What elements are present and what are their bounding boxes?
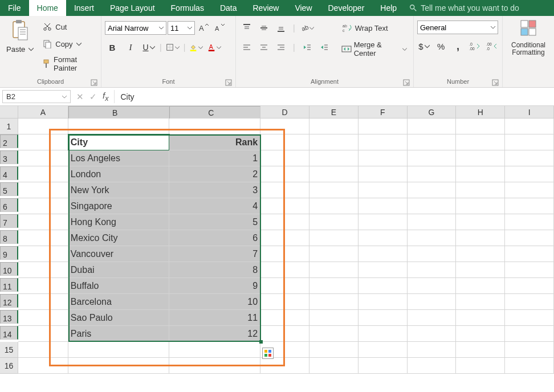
- cell[interactable]: [359, 214, 408, 230]
- cell[interactable]: [260, 230, 309, 246]
- font-color-button[interactable]: A: [207, 40, 222, 55]
- cell[interactable]: Los Angeles: [68, 150, 170, 166]
- currency-button[interactable]: $: [417, 39, 431, 54]
- cell[interactable]: [505, 262, 554, 278]
- cell[interactable]: [309, 150, 359, 166]
- cell[interactable]: [456, 198, 505, 214]
- cell[interactable]: [309, 230, 359, 246]
- tab-help[interactable]: Help: [372, 0, 405, 16]
- cell[interactable]: [309, 134, 359, 150]
- cell[interactable]: [408, 150, 457, 166]
- cell[interactable]: [359, 310, 408, 326]
- cell[interactable]: 11: [169, 310, 260, 326]
- conditional-formatting-button[interactable]: Conditional Formatting: [506, 40, 551, 58]
- cell[interactable]: 3: [169, 182, 260, 198]
- cell[interactable]: [359, 294, 408, 310]
- cell[interactable]: [456, 119, 505, 134]
- decrease-indent-button[interactable]: [300, 40, 315, 55]
- cell[interactable]: [505, 358, 554, 374]
- merge-center-button[interactable]: Merge & Center: [339, 39, 410, 59]
- cell[interactable]: [68, 342, 170, 358]
- align-top-button[interactable]: [239, 21, 254, 35]
- cell[interactable]: [68, 358, 170, 374]
- formula-input[interactable]: City: [115, 88, 554, 105]
- cell[interactable]: 5: [169, 214, 260, 230]
- cell[interactable]: [456, 342, 505, 358]
- cell[interactable]: [18, 342, 68, 358]
- cell[interactable]: [456, 230, 505, 246]
- cell[interactable]: [505, 246, 554, 262]
- cell[interactable]: 1: [169, 150, 260, 166]
- col-header-D[interactable]: D: [260, 106, 309, 119]
- cell[interactable]: [18, 230, 68, 246]
- row-header-10[interactable]: 10: [0, 262, 18, 276]
- cell[interactable]: [309, 326, 359, 342]
- cell[interactable]: [309, 198, 359, 214]
- cell[interactable]: [505, 150, 554, 166]
- cell[interactable]: [505, 166, 554, 182]
- cell[interactable]: [260, 214, 309, 230]
- col-header-H[interactable]: H: [456, 106, 505, 119]
- cell[interactable]: [309, 342, 359, 358]
- cell[interactable]: Hong Kong: [68, 214, 170, 230]
- cell[interactable]: [260, 310, 309, 326]
- cell[interactable]: [456, 166, 505, 182]
- cell[interactable]: [359, 119, 408, 134]
- row-header-7[interactable]: 7: [0, 214, 18, 228]
- tab-view[interactable]: View: [287, 0, 320, 16]
- cell[interactable]: [359, 262, 408, 278]
- cell[interactable]: [505, 294, 554, 310]
- tab-formulas[interactable]: Formulas: [163, 0, 212, 16]
- cell[interactable]: [408, 119, 457, 134]
- cell[interactable]: [260, 166, 309, 182]
- cell[interactable]: [505, 214, 554, 230]
- row-header-15[interactable]: 15: [0, 342, 18, 358]
- format-painter-button[interactable]: Format Painter: [39, 54, 97, 74]
- cell[interactable]: [260, 150, 309, 166]
- tab-developer[interactable]: Developer: [320, 0, 373, 16]
- cell[interactable]: [456, 278, 505, 294]
- cell[interactable]: [18, 119, 68, 134]
- cell[interactable]: [18, 358, 68, 374]
- percent-button[interactable]: %: [434, 39, 448, 54]
- cell[interactable]: [260, 326, 309, 342]
- orientation-button[interactable]: ab: [300, 21, 315, 35]
- cell[interactable]: [359, 358, 408, 374]
- cell[interactable]: [359, 182, 408, 198]
- cell[interactable]: [18, 310, 68, 326]
- decrease-decimal-button[interactable]: .00.0: [485, 39, 499, 54]
- cell[interactable]: [408, 262, 457, 278]
- row-header-3[interactable]: 3: [0, 150, 18, 164]
- row-header-4[interactable]: 4: [0, 166, 18, 180]
- cell[interactable]: [408, 310, 457, 326]
- cell[interactable]: Dubai: [68, 262, 170, 278]
- selection-fill-handle[interactable]: [259, 340, 263, 344]
- cell[interactable]: [309, 294, 359, 310]
- cell[interactable]: [169, 358, 260, 374]
- cell[interactable]: [456, 134, 505, 150]
- dialog-launcher-icon[interactable]: [91, 79, 97, 86]
- cell[interactable]: [505, 310, 554, 326]
- cell[interactable]: [505, 134, 554, 150]
- cell[interactable]: [359, 326, 408, 342]
- paste-icon[interactable]: [10, 18, 30, 42]
- cell[interactable]: Barcelona: [68, 294, 170, 310]
- cell[interactable]: [456, 358, 505, 374]
- col-header-C[interactable]: C: [169, 106, 260, 120]
- cell[interactable]: [359, 342, 408, 358]
- cell[interactable]: Rank: [169, 134, 260, 150]
- tab-insert[interactable]: Insert: [66, 0, 102, 16]
- cell[interactable]: [408, 182, 457, 198]
- cell[interactable]: [408, 342, 457, 358]
- cell[interactable]: [260, 198, 309, 214]
- font-name-select[interactable]: Arial Narrow: [105, 21, 166, 35]
- comma-button[interactable]: ,: [451, 39, 465, 54]
- increase-indent-button[interactable]: [317, 40, 332, 55]
- cell[interactable]: [408, 278, 457, 294]
- cell[interactable]: [18, 326, 68, 342]
- cell[interactable]: New York: [68, 182, 170, 198]
- cell[interactable]: [456, 294, 505, 310]
- tab-review[interactable]: Review: [245, 0, 287, 16]
- borders-button[interactable]: [165, 40, 180, 55]
- cell[interactable]: [456, 182, 505, 198]
